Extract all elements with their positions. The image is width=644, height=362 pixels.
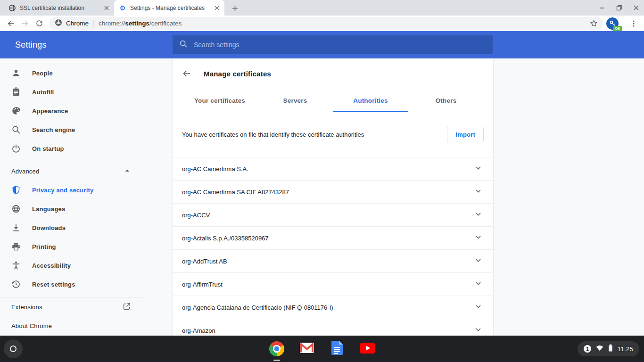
certificate-name: org-Agencia Catalana de Certificacio (NI… xyxy=(182,304,333,311)
chevron-down-icon[interactable] xyxy=(475,326,482,335)
settings-search-box[interactable] xyxy=(173,35,493,54)
battery-icon xyxy=(608,344,613,354)
chevron-down-icon[interactable] xyxy=(475,211,482,219)
sidebar-item-autofill[interactable]: Autofill xyxy=(0,82,141,101)
browser-toolbar: Chrome chrome://settings/certificates OK xyxy=(0,16,644,31)
search-input[interactable] xyxy=(194,41,487,49)
certificate-row[interactable]: org-AffirmTrust xyxy=(173,273,493,296)
sidebar-item-languages[interactable]: Languages xyxy=(0,199,141,218)
sidebar-item-search-engine[interactable]: Search engine xyxy=(0,120,141,139)
chevron-down-icon[interactable] xyxy=(475,234,482,242)
sidebar-item-reset-settings[interactable]: Reset settings xyxy=(0,275,141,294)
certificate-row[interactable]: org-AC Camerfirma S.A. xyxy=(173,157,493,181)
restore-icon[interactable] xyxy=(616,5,622,11)
sidebar-item-on-startup[interactable]: On startup xyxy=(0,139,141,158)
wifi-icon xyxy=(596,345,603,353)
chevron-down-icon[interactable] xyxy=(475,257,482,265)
certificate-name: org-Amazon xyxy=(182,327,215,334)
sidebar-item-label: Appearance xyxy=(32,107,68,115)
tab-title: SSL certificate installation xyxy=(20,5,99,11)
chevron-down-icon[interactable] xyxy=(475,303,482,312)
reset-icon xyxy=(11,280,21,289)
sidebar-item-label: Languages xyxy=(32,206,65,213)
language-globe-icon xyxy=(11,204,21,214)
sidebar-item-extensions[interactable]: Extensions xyxy=(0,297,141,316)
sidebar-item-privacy-and-security[interactable]: Privacy and security xyxy=(0,181,141,199)
close-tab-icon[interactable] xyxy=(213,4,221,12)
sidebar-item-label: Accessibility xyxy=(32,262,71,269)
certificate-name: org-AC Camerfirma SA CIF A82743287 xyxy=(182,189,289,196)
tab-others[interactable]: Others xyxy=(408,89,484,112)
accessibility-icon xyxy=(11,261,21,270)
certificate-row[interactable]: org-ACCV xyxy=(173,204,493,227)
certificate-row[interactable]: org-Agencia Catalana de Certificacio (NI… xyxy=(173,296,493,319)
browser-menu-kebab-icon[interactable] xyxy=(627,17,640,30)
certificate-name: org-AffirmTrust xyxy=(182,281,223,288)
settings-gear-icon: ⚙ xyxy=(119,4,126,12)
close-window-icon[interactable] xyxy=(633,5,639,11)
sidebar-item-about-chrome[interactable]: About Chrome xyxy=(0,316,141,335)
search-icon xyxy=(179,40,188,50)
tab-servers[interactable]: Servers xyxy=(257,89,333,112)
certificate-tabs: Your certificates Servers Authorities Ot… xyxy=(173,89,493,112)
page-title: Settings xyxy=(15,40,47,50)
extensions-label: Extensions xyxy=(11,304,42,311)
sidebar-item-label: Autofill xyxy=(32,89,54,96)
globe-icon xyxy=(8,4,16,12)
new-tab-button[interactable] xyxy=(228,1,241,15)
person-icon xyxy=(11,68,21,78)
minimize-icon[interactable] xyxy=(599,5,605,11)
certificate-row[interactable]: org-Actalis S.p.A./03358520967 xyxy=(173,227,493,250)
sidebar-item-label: Reset settings xyxy=(32,281,75,288)
tab-authorities[interactable]: Authorities xyxy=(333,89,408,112)
tab-ssl-certificate-installation[interactable]: SSL certificate installation xyxy=(4,0,114,16)
advanced-label: Advanced xyxy=(11,168,39,175)
chevron-down-icon[interactable] xyxy=(475,165,482,173)
sidebar-item-appearance[interactable]: Appearance xyxy=(0,101,141,120)
settings-header: Settings xyxy=(0,31,644,58)
chevron-down-icon[interactable] xyxy=(475,188,482,196)
sidebar-advanced-toggle[interactable]: Advanced xyxy=(0,162,141,181)
extension-password-icon[interactable]: OK xyxy=(606,17,619,30)
settings-sidebar: People Autofill Appearance Search engine xyxy=(0,64,141,335)
tab-your-certificates[interactable]: Your certificates xyxy=(182,89,257,112)
certificate-name: org-AddTrust AB xyxy=(182,258,227,265)
back-icon[interactable] xyxy=(4,17,18,30)
gmail-icon xyxy=(300,343,314,355)
sidebar-item-accessibility[interactable]: Accessibility xyxy=(0,256,141,275)
chevron-down-icon[interactable] xyxy=(475,280,482,288)
chromeos-shelf: 1 11:25 xyxy=(0,336,644,362)
sidebar-item-people[interactable]: People xyxy=(0,64,141,82)
chrome-scheme-icon xyxy=(55,19,62,28)
sidebar-item-downloads[interactable]: Downloads xyxy=(0,218,141,237)
card-header: Manage certificates xyxy=(173,58,493,89)
toolbar-divider xyxy=(623,20,623,27)
manage-certificates-card: Manage certificates Your certificates Se… xyxy=(173,58,493,362)
launcher-button[interactable] xyxy=(4,339,23,358)
sidebar-item-printing[interactable]: Printing xyxy=(0,237,141,256)
launcher-circle-icon xyxy=(10,346,17,352)
status-tray[interactable]: 1 11:25 xyxy=(578,341,639,356)
close-tab-icon[interactable] xyxy=(103,4,110,12)
reload-icon[interactable] xyxy=(32,17,46,30)
shelf-app-youtube[interactable] xyxy=(360,341,375,356)
back-arrow-icon[interactable] xyxy=(182,69,191,78)
settings-page: People Autofill Appearance Search engine xyxy=(0,58,644,362)
printer-icon xyxy=(11,242,21,251)
shelf-app-docs[interactable] xyxy=(330,341,345,356)
search-icon xyxy=(11,125,21,134)
bookmark-star-icon[interactable] xyxy=(587,17,600,30)
shelf-app-gmail[interactable] xyxy=(299,341,314,356)
import-button[interactable]: Import xyxy=(447,127,484,142)
forward-icon[interactable] xyxy=(18,17,32,30)
extension-badge: OK xyxy=(613,26,622,32)
shelf-app-chrome[interactable] xyxy=(269,341,284,356)
omnibox[interactable]: Chrome chrome://settings/certificates xyxy=(49,17,603,30)
key-icon: OK xyxy=(606,17,619,30)
certificate-row[interactable]: org-AddTrust AB xyxy=(173,250,493,273)
site-label: Chrome xyxy=(66,20,89,27)
notification-count-badge: 1 xyxy=(584,345,591,353)
tab-settings-manage-certificates[interactable]: ⚙ Settings - Manage certificates xyxy=(114,0,224,16)
certificate-row[interactable]: org-AC Camerfirma SA CIF A82743287 xyxy=(173,181,493,204)
docs-icon xyxy=(331,341,343,357)
